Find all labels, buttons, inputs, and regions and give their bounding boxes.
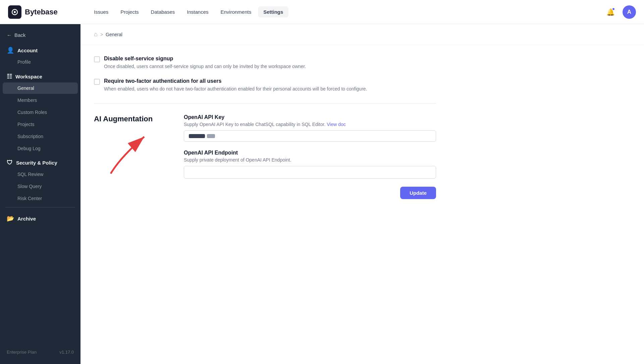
require-2fa-label: Require two-factor authentication for al… <box>104 78 367 84</box>
nav-right: 🔔 A <box>604 5 636 19</box>
nav-issues[interactable]: Issues <box>89 6 114 17</box>
ai-section-right: OpenAI API Key Supply OpenAI API Key to … <box>184 114 436 199</box>
disable-signup-setting: Disable self-service signup Once disable… <box>94 56 436 70</box>
sidebar-item-risk-center[interactable]: Risk Center <box>3 193 78 204</box>
archive-label: Archive <box>17 216 36 222</box>
update-button[interactable]: Update <box>400 187 436 199</box>
debug-log-label: Debug Log <box>17 146 41 151</box>
sidebar-bottom: Enterprise Plan v1.17.0 <box>0 344 80 360</box>
workspace-section-header: ☷ Workspace <box>0 68 80 82</box>
workspace-label: Workspace <box>15 74 42 79</box>
openai-key-label: OpenAI API Key <box>184 114 436 120</box>
sidebar: ← Back 👤 Account Profile ☷ Workspace Gen… <box>0 24 80 364</box>
version-label: v1.17.0 <box>59 350 74 355</box>
sidebar-item-subscription[interactable]: Subscription <box>3 131 78 142</box>
sidebar-item-sql-review[interactable]: SQL Review <box>3 169 78 180</box>
logo-icon <box>8 5 21 19</box>
nav-projects[interactable]: Projects <box>115 6 144 17</box>
disable-signup-text: Disable self-service signup Once disable… <box>104 56 306 70</box>
projects-label: Projects <box>17 122 35 127</box>
ai-augmentation-section: AI Augmentation <box>94 114 436 199</box>
ai-augmentation-title: AI Augmentation <box>94 114 168 124</box>
main-content: ⌂ > General Disable self-service signup … <box>80 24 644 364</box>
security-policy-label: Security & Policy <box>16 160 57 166</box>
sql-review-label: SQL Review <box>17 172 43 177</box>
top-navigation: Bytebase Issues Projects Databases Insta… <box>0 0 644 24</box>
nav-settings[interactable]: Settings <box>258 6 288 17</box>
breadcrumb-current: General <box>106 32 122 37</box>
sidebar-item-projects[interactable]: Projects <box>3 119 78 130</box>
workspace-icon: ☷ <box>7 73 12 80</box>
logo-area: Bytebase <box>8 5 89 19</box>
section-divider <box>94 103 436 104</box>
nav-databases[interactable]: Databases <box>146 6 180 17</box>
nav-environments[interactable]: Environments <box>215 6 257 17</box>
risk-center-label: Risk Center <box>17 196 42 201</box>
sidebar-divider <box>5 207 75 207</box>
require-2fa-checkbox[interactable] <box>94 79 100 85</box>
archive-icon: 📂 <box>7 215 14 222</box>
mask-block-dark <box>189 134 205 138</box>
sidebar-item-general[interactable]: General <box>3 82 78 94</box>
security-section-header: 🛡 Security & Policy <box>0 155 80 168</box>
sidebar-back-button[interactable]: ← Back <box>0 28 80 42</box>
main-layout: ← Back 👤 Account Profile ☷ Workspace Gen… <box>0 24 644 364</box>
breadcrumb: ⌂ > General <box>80 24 644 45</box>
breadcrumb-home-icon[interactable]: ⌂ <box>94 31 98 38</box>
sidebar-item-debug-log[interactable]: Debug Log <box>3 143 78 154</box>
openai-endpoint-input[interactable] <box>184 166 436 179</box>
archive-section-header: 📂 Archive <box>0 210 80 224</box>
arrow-container <box>94 127 154 180</box>
members-label: Members <box>17 98 37 103</box>
disable-signup-desc: Once disabled, users cannot self-service… <box>104 63 306 70</box>
require-2fa-setting: Require two-factor authentication for al… <box>94 78 436 93</box>
notification-bell-button[interactable]: 🔔 <box>604 5 617 19</box>
mask-block-light <box>207 134 215 138</box>
slow-query-label: Slow Query <box>17 184 42 189</box>
red-arrow-icon <box>101 130 154 180</box>
require-2fa-desc: When enabled, users who do not have two-… <box>104 85 367 93</box>
sidebar-item-slow-query[interactable]: Slow Query <box>3 181 78 192</box>
sidebar-item-custom-roles[interactable]: Custom Roles <box>3 107 78 118</box>
breadcrumb-separator: > <box>100 32 103 37</box>
account-label: Account <box>17 48 38 53</box>
account-section-header: 👤 Account <box>0 42 80 56</box>
content-inner: Disable self-service signup Once disable… <box>80 45 449 210</box>
notification-dot <box>612 7 615 11</box>
openai-key-input-masked[interactable] <box>184 130 436 142</box>
logo-text: Bytebase <box>25 8 58 16</box>
nav-instances[interactable]: Instances <box>181 6 214 17</box>
account-icon: 👤 <box>7 47 14 54</box>
nav-links: Issues Projects Databases Instances Envi… <box>89 6 604 17</box>
sidebar-item-profile[interactable]: Profile <box>3 56 78 68</box>
ai-section-left: AI Augmentation <box>94 114 168 180</box>
plan-label: Enterprise Plan <box>7 350 37 355</box>
back-label: Back <box>14 32 25 38</box>
avatar[interactable]: A <box>623 5 636 19</box>
openai-key-desc: Supply OpenAI API Key to enable ChatSQL … <box>184 122 436 127</box>
view-doc-link[interactable]: View doc <box>327 122 346 127</box>
sidebar-item-members[interactable]: Members <box>3 95 78 106</box>
custom-roles-label: Custom Roles <box>17 110 47 115</box>
openai-key-desc-text: Supply OpenAI API Key to enable ChatSQL … <box>184 122 327 127</box>
openai-endpoint-label: OpenAI API Endpoint <box>184 150 436 156</box>
disable-signup-label: Disable self-service signup <box>104 56 306 62</box>
general-label: General <box>17 85 34 91</box>
require-2fa-text: Require two-factor authentication for al… <box>104 78 367 93</box>
openai-endpoint-desc: Supply private deployment of OpenAI API … <box>184 157 436 163</box>
disable-signup-checkbox[interactable] <box>94 56 100 62</box>
profile-label: Profile <box>17 59 31 65</box>
svg-point-2 <box>14 11 16 13</box>
subscription-label: Subscription <box>17 134 43 139</box>
back-arrow-icon: ← <box>7 32 12 38</box>
shield-icon: 🛡 <box>7 159 13 166</box>
